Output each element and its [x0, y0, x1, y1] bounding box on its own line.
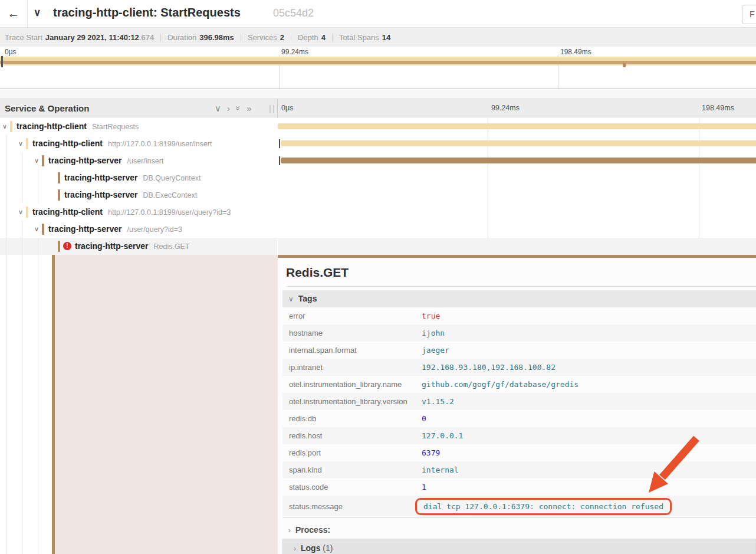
- tag-key: redis.port: [282, 448, 422, 457]
- chevron-down-icon: ∨: [288, 295, 294, 303]
- services-label: Services: [248, 33, 277, 42]
- tag-value: true: [422, 312, 440, 320]
- indent-guide: [6, 186, 6, 204]
- span-collapse-chevron-icon[interactable]: ∨: [18, 208, 23, 216]
- collapse-all-icon[interactable]: »: [234, 106, 243, 110]
- span-timeline-row[interactable]: [278, 186, 756, 204]
- divider: [286, 286, 756, 287]
- tag-value: github.com/gogf/gf/database/gredis: [422, 380, 578, 389]
- span-tree-row[interactable]: ∨tracing-http-server/user/insert: [0, 152, 277, 169]
- service-name: tracing-http-serverDB.QueryContext: [64, 173, 200, 182]
- detail-row-tint: [55, 255, 278, 554]
- tag-key: otel.instrumentation_library.name: [282, 380, 422, 389]
- span-tree-row[interactable]: ∨tracing-http-clienthttp://127.0.0.1:819…: [0, 204, 277, 221]
- service-color-bar: [58, 172, 60, 183]
- tags-section-header[interactable]: ∨Tags: [282, 290, 756, 307]
- span-collapse-chevron-icon[interactable]: ∨: [18, 140, 23, 147]
- span-duration-bar[interactable]: [278, 123, 756, 129]
- indent-guide: [6, 238, 6, 255]
- span-collapse-chevron-icon[interactable]: ∨: [34, 225, 39, 233]
- span-tree-row[interactable]: !tracing-http-serverRedis.GET: [0, 238, 277, 255]
- tag-value: ijohn: [422, 329, 445, 337]
- tag-key: otel.instrumentation_library.version: [282, 397, 422, 406]
- indent-guide: [38, 238, 38, 255]
- span-collapse-chevron-icon[interactable]: ∨: [2, 123, 7, 130]
- collapse-one-icon[interactable]: ∨: [215, 104, 221, 113]
- span-timeline-row[interactable]: [278, 169, 756, 186]
- operation-name: http://127.0.0.1:8199/user/query?id=3: [108, 208, 231, 217]
- chevron-right-icon: ›: [294, 545, 296, 553]
- indent-guide: [6, 204, 6, 221]
- total-spans-label: Total Spans: [339, 33, 379, 42]
- service-color-bar: [26, 206, 28, 218]
- span-duration-bar[interactable]: [281, 158, 756, 163]
- span-tree-row[interactable]: ∨tracing-http-clientStartRequests: [0, 118, 277, 135]
- divider: [282, 517, 756, 518]
- service-color-bar: [26, 138, 28, 149]
- tag-row: status.messagedial tcp 127.0.0.1:6379: c…: [282, 496, 756, 517]
- stats-divider: [291, 34, 291, 42]
- tag-row: hostnameijohn: [282, 324, 756, 342]
- operation-name: http://127.0.0.1:8199/user/insert: [108, 140, 212, 148]
- span-tree-row[interactable]: ∨tracing-http-server/user/query?id=3: [0, 221, 277, 238]
- tag-row: otel.instrumentation_library.versionv1.1…: [282, 393, 756, 410]
- tag-key: redis.host: [282, 431, 422, 440]
- operation-name: /user/query?id=3: [127, 225, 182, 234]
- title-bar: ← ∨ tracing-http-client: StartRequests 0…: [0, 0, 756, 28]
- stats-divider: [160, 34, 161, 42]
- tag-key: status.message: [282, 502, 422, 511]
- span-timeline-row[interactable]: [278, 135, 756, 152]
- back-button[interactable]: ←: [0, 0, 28, 27]
- trace-minimap[interactable]: 0μs 99.24ms 198.49ms: [0, 47, 756, 89]
- tag-row: status.code1: [282, 478, 756, 496]
- span-tree-row[interactable]: tracing-http-serverDB.ExecContext: [0, 186, 277, 204]
- operation-name: DB.ExecContext: [143, 191, 197, 199]
- minimap-tick-1: 99.24ms: [281, 48, 308, 56]
- tag-row: otel.instrumentation_library.namegithub.…: [282, 376, 756, 393]
- span-timeline-row[interactable]: [278, 152, 756, 169]
- service-name: tracing-http-clienthttp://127.0.0.1:8199…: [32, 139, 212, 148]
- find-button-partial[interactable]: F: [742, 5, 756, 24]
- minimap-scrubber-handle[interactable]: [1, 56, 3, 67]
- stats-divider: [332, 34, 333, 42]
- stats-divider: [241, 34, 241, 42]
- indent-guide: [6, 255, 6, 554]
- annotation-highlight-box: dial tcp 127.0.0.1:6379: connect: connec…: [415, 498, 672, 515]
- tag-key: status.code: [282, 483, 422, 491]
- minimap-tick-0: 0μs: [5, 48, 17, 56]
- span-timeline-row[interactable]: [278, 238, 756, 255]
- service-name: tracing-http-serverDB.ExecContext: [64, 190, 197, 199]
- indent-guide: [22, 255, 22, 554]
- indent-guide: [6, 221, 6, 238]
- expand-all-icon[interactable]: »: [246, 104, 251, 113]
- tag-value: 0: [422, 414, 426, 423]
- process-section-header[interactable]: ›Process:: [282, 522, 756, 538]
- tag-value: jaeger: [422, 346, 449, 355]
- logs-section-header[interactable]: ›Logs (1): [282, 539, 756, 554]
- expand-one-icon[interactable]: ›: [227, 104, 230, 113]
- indent-guide: [22, 221, 22, 238]
- span-collapse-chevron-icon[interactable]: ∨: [34, 157, 39, 165]
- duration-label: Duration: [167, 33, 196, 42]
- operation-name: /user/insert: [127, 157, 163, 165]
- tag-value: 127.0.0.1: [422, 431, 463, 440]
- tag-row: errortrue: [282, 307, 756, 324]
- span-timeline-row[interactable]: [278, 204, 756, 221]
- trace-id: 05c54d2: [273, 7, 314, 19]
- service-name: tracing-http-serverRedis.GET: [75, 241, 190, 251]
- minimap-span-line: [0, 64, 756, 65]
- tag-row: redis.db0: [282, 410, 756, 427]
- span-duration-bar[interactable]: [281, 140, 756, 146]
- column-resizer-handle[interactable]: [269, 105, 274, 113]
- trace-collapse-chevron-icon[interactable]: ∨: [34, 6, 41, 19]
- total-spans-value: 14: [382, 33, 390, 42]
- service-color-bar: [58, 241, 60, 252]
- span-tree-row[interactable]: tracing-http-serverDB.QueryContext: [0, 169, 277, 186]
- span-timeline-row[interactable]: [278, 221, 756, 238]
- timeline-tick-0: 0μs: [281, 104, 293, 112]
- service-color-bar: [42, 155, 44, 166]
- span-timeline-row[interactable]: [278, 118, 756, 135]
- span-tree-row[interactable]: ∨tracing-http-clienthttp://127.0.0.1:819…: [0, 135, 277, 152]
- tag-key: internal.span.format: [282, 346, 422, 355]
- minimap-span-line: [0, 57, 756, 61]
